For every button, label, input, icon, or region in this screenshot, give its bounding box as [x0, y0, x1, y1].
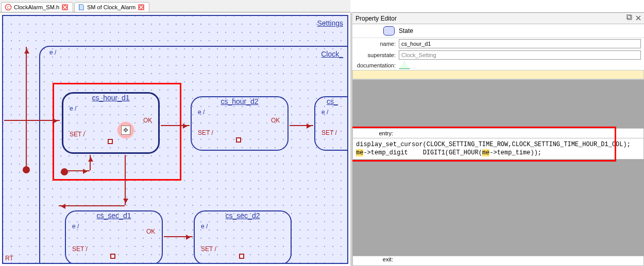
self-transition-port[interactable] — [239, 254, 244, 259]
self-transition-port[interactable] — [108, 139, 113, 144]
state-title: cs_ — [327, 96, 348, 107]
transition-label-ok: OK — [146, 228, 155, 235]
state-kind-icon — [383, 26, 395, 36]
transition[interactable] — [4, 120, 60, 121]
transition-segment — [64, 170, 90, 171]
exit-row: exit: — [352, 256, 644, 266]
tab-clockalarm-h[interactable]: C ClockAlarm_SM.h — [1, 2, 73, 12]
transition-label-set: SET / — [72, 245, 88, 253]
transition[interactable] — [290, 125, 313, 126]
name-label: name: — [355, 41, 399, 47]
settings-label: Settings — [317, 19, 343, 27]
transition-label-set: SET / — [70, 131, 85, 138]
c-file-icon: C — [5, 4, 12, 11]
state-entry-action: e / — [198, 109, 205, 116]
element-kind-row: State — [352, 24, 644, 38]
initial-pseudostate[interactable] — [23, 166, 30, 173]
panel-title: Property Editor — [355, 15, 397, 22]
sm-file-icon — [78, 4, 85, 11]
transition[interactable] — [164, 236, 193, 237]
superstate-input — [399, 50, 641, 60]
svg-rect-5 — [626, 14, 631, 19]
tab-sm-clock-alarm[interactable]: SM of Clock_Alarm — [74, 2, 149, 12]
transition-label-set: SET / — [198, 129, 213, 136]
rt-label: RT — [5, 255, 13, 262]
state-entry-action: e / — [321, 109, 328, 116]
svg-rect-4 — [628, 15, 632, 20]
state-cs-sec-d2[interactable]: cs_sec_d2 e / SET / — [194, 210, 292, 264]
state-entry-action: e / — [49, 49, 56, 56]
state-cs-partial[interactable]: cs_ e / SET / — [314, 96, 348, 151]
name-input[interactable] — [399, 39, 641, 48]
close-icon[interactable] — [138, 4, 145, 11]
state-entry-action: e / — [70, 105, 76, 112]
state-entry-action: e / — [201, 223, 208, 230]
state-title: cs_hour_d1 — [63, 93, 158, 103]
state-title: cs_sec_d1 — [66, 210, 162, 221]
element-kind-label: State — [399, 27, 413, 34]
transition-label-set: SET / — [321, 129, 337, 136]
transition[interactable] — [90, 155, 91, 170]
property-editor-panel: Property Editor State name: superstate: … — [352, 12, 644, 266]
transition[interactable] — [125, 155, 126, 205]
transition[interactable] — [161, 125, 190, 126]
move-cursor-icon: ✥ — [117, 121, 134, 139]
editor-tabs: C ClockAlarm_SM.h SM of Clock_Alarm — [0, 0, 350, 12]
transition-label-ok: OK — [271, 117, 280, 124]
exit-label: exit: — [353, 256, 396, 265]
state-machine-canvas[interactable]: Settings Clock_ e / cs_hour_d1 e / SET /… — [0, 12, 350, 266]
transition[interactable] — [26, 47, 27, 166]
documentation-label: documentation: — [355, 62, 399, 68]
name-row: name: — [352, 38, 644, 49]
tab-label: ClockAlarm_SM.h — [14, 4, 59, 10]
close-icon[interactable] — [636, 15, 641, 22]
transition-segment — [59, 205, 125, 206]
self-transition-port[interactable] — [110, 254, 115, 259]
property-editor-header: Property Editor — [352, 13, 644, 24]
state-entry-action: e / — [72, 223, 79, 230]
self-transition-port[interactable] — [236, 137, 241, 143]
tab-label: SM of Clock_Alarm — [87, 4, 135, 10]
documentation-text-area[interactable] — [352, 70, 644, 79]
transition-label-set: SET / — [201, 245, 216, 253]
documentation-row: documentation: — [352, 61, 644, 70]
superstate-label: superstate: — [355, 52, 399, 58]
superstate-row: superstate: — [352, 49, 644, 61]
initial-pseudostate[interactable] — [61, 168, 68, 175]
documentation-toggle-icon[interactable] — [399, 62, 410, 69]
state-cs-sec-d1[interactable]: cs_sec_d1 e / SET / — [65, 210, 163, 264]
close-icon[interactable] — [61, 4, 69, 11]
state-title: cs_sec_d2 — [195, 210, 291, 221]
transition-label-ok: OK — [143, 117, 152, 124]
svg-text:C: C — [7, 5, 10, 10]
highlight-rectangle — [352, 127, 616, 162]
exit-input[interactable] — [396, 256, 643, 265]
state-title: cs_hour_d2 — [192, 96, 287, 107]
undock-icon[interactable] — [626, 14, 633, 22]
